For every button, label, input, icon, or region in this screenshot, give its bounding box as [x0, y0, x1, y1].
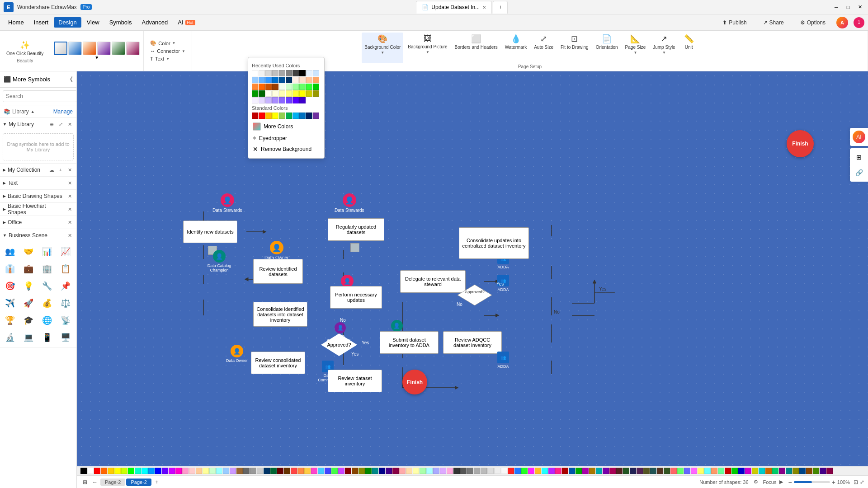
tab-active[interactable]: 📄 Update Dataset In... ✕ — [416, 1, 492, 14]
standard-color-swatch[interactable] — [292, 113, 299, 119]
add-page-icon[interactable]: ⊞ — [80, 478, 90, 487]
palette-color[interactable] — [643, 468, 650, 474]
palette-color[interactable] — [514, 468, 521, 474]
perform-updates-box[interactable]: Perform necessary updates — [330, 286, 382, 309]
page-tab-2[interactable]: Page-2 — [126, 479, 151, 486]
palette-color[interactable] — [413, 468, 419, 474]
eyedropper-action[interactable]: ⌖ Eyedropper — [252, 132, 321, 144]
business-symbol-5[interactable]: 👔 — [2, 261, 18, 277]
palette-color[interactable] — [297, 468, 304, 474]
standard-color-swatch[interactable] — [252, 113, 258, 119]
business-symbol-9[interactable]: 🎯 — [2, 278, 18, 294]
palette-color[interactable] — [677, 468, 684, 474]
palette-color[interactable] — [386, 468, 392, 474]
recent-color-swatch[interactable] — [259, 97, 265, 103]
search-input[interactable] — [3, 90, 77, 102]
palette-color[interactable] — [345, 468, 351, 474]
menu-view[interactable]: View — [82, 17, 104, 28]
palette-color[interactable] — [779, 468, 785, 474]
recent-color-swatch[interactable] — [272, 70, 278, 76]
palette-color[interactable] — [826, 468, 833, 474]
palette-color[interactable] — [793, 468, 799, 474]
palette-color[interactable] — [121, 468, 127, 474]
standard-color-swatch[interactable] — [272, 113, 278, 119]
recent-color-swatch[interactable] — [299, 70, 306, 76]
palette-color[interactable] — [535, 468, 541, 474]
recent-color-swatch[interactable] — [292, 84, 299, 90]
recent-color-swatch[interactable] — [259, 77, 265, 83]
publish-button[interactable]: ⬆ Publish — [717, 18, 752, 28]
office-header[interactable]: ▶ Office ✕ — [0, 216, 76, 229]
options-button[interactable]: ⚙ Options — [795, 18, 831, 28]
standard-color-swatch[interactable] — [265, 113, 272, 119]
recent-color-swatch[interactable] — [286, 70, 292, 76]
business-symbol-11[interactable]: 🔧 — [39, 278, 55, 294]
data-owner-node-2[interactable]: 👤 Data Owner — [226, 345, 248, 363]
palette-color[interactable] — [250, 468, 256, 474]
recent-color-swatch[interactable] — [292, 77, 299, 83]
recent-color-swatch[interactable] — [299, 77, 306, 83]
page-size-button[interactable]: 📐 Page Size ▼ — [623, 33, 649, 63]
palette-color[interactable] — [616, 468, 623, 474]
close-business-icon[interactable]: ✕ — [66, 231, 74, 239]
data-stewards-node-1[interactable]: 👤 Data Stewards — [212, 193, 242, 213]
palette-color[interactable] — [467, 468, 473, 474]
palette-color[interactable] — [338, 468, 344, 474]
my-collection-header[interactable]: ▶ My Collection ☁ + ✕ — [0, 164, 76, 176]
review-dataset-inv-box[interactable]: Review dataset inventory — [328, 370, 382, 392]
finish-node-bottom[interactable]: Finish — [402, 370, 427, 394]
business-symbol-18[interactable]: 🎓 — [20, 312, 36, 328]
palette-color[interactable] — [372, 468, 378, 474]
palette-color[interactable] — [494, 468, 500, 474]
palette-color[interactable] — [399, 468, 406, 474]
business-symbol-21[interactable]: 🔬 — [2, 329, 18, 345]
recent-color-swatch[interactable] — [286, 77, 292, 83]
business-symbol-10[interactable]: 💡 — [20, 278, 36, 294]
recent-color-swatch[interactable] — [306, 77, 312, 83]
recent-color-swatch[interactable] — [286, 97, 292, 103]
menu-home[interactable]: Home — [4, 17, 28, 28]
palette-color[interactable] — [447, 468, 453, 474]
business-symbol-1[interactable]: 👥 — [2, 244, 18, 259]
menu-insert[interactable]: Insert — [29, 17, 53, 28]
business-symbol-23[interactable]: 📱 — [39, 329, 55, 345]
palette-color[interactable] — [752, 468, 758, 474]
palette-color[interactable] — [745, 468, 751, 474]
business-symbol-2[interactable]: 🤝 — [20, 244, 36, 259]
palette-color[interactable] — [725, 468, 731, 474]
palette-color[interactable] — [420, 468, 426, 474]
palette-color[interactable] — [392, 468, 399, 474]
palette-color[interactable] — [684, 468, 690, 474]
palette-color[interactable] — [786, 468, 792, 474]
data-stewards-node-2[interactable]: 👤 Data Stewards — [335, 193, 364, 213]
recent-color-swatch[interactable] — [286, 90, 292, 97]
data-owner-node-1[interactable]: 👤 Data Owner — [264, 241, 288, 260]
palette-color[interactable] — [182, 468, 189, 474]
adda-node-right[interactable]: 👥 ADDA — [497, 352, 509, 369]
palette-color[interactable] — [521, 468, 528, 474]
text-header[interactable]: ▶ Text ✕ — [0, 177, 76, 189]
jump-style-button[interactable]: ↗ Jump Style ▼ — [650, 33, 678, 63]
palette-color[interactable] — [277, 468, 283, 474]
business-symbol-16[interactable]: ⚖️ — [57, 295, 73, 311]
palette-color[interactable] — [508, 468, 514, 474]
recent-color-swatch[interactable] — [306, 84, 312, 90]
palette-color[interactable] — [474, 468, 480, 474]
palette-color[interactable] — [365, 468, 372, 474]
updated-datasets-box[interactable]: Regularly updated datasets — [328, 218, 384, 241]
recent-color-swatch[interactable] — [299, 90, 306, 97]
auto-size-button[interactable]: ⤢ Auto Size — [531, 33, 556, 63]
business-symbol-12[interactable]: 📌 — [57, 278, 73, 294]
identify-datasets-box[interactable]: Identify new datasets — [183, 221, 237, 243]
palette-color[interactable] — [637, 468, 643, 474]
palette-color[interactable] — [623, 468, 629, 474]
recent-color-swatch[interactable] — [292, 97, 299, 103]
palette-color[interactable] — [135, 468, 141, 474]
business-symbol-17[interactable]: 🏆 — [2, 312, 18, 328]
background-picture-button[interactable]: 🖼 Background Picture ▼ — [405, 33, 450, 63]
recent-color-swatch[interactable] — [286, 84, 292, 90]
palette-color[interactable] — [630, 468, 636, 474]
delegate-box[interactable]: Delegate to relevant data steward — [400, 270, 466, 293]
borders-headers-button[interactable]: ⬜ Borders and Headers — [452, 33, 500, 63]
palette-color[interactable] — [114, 468, 121, 474]
